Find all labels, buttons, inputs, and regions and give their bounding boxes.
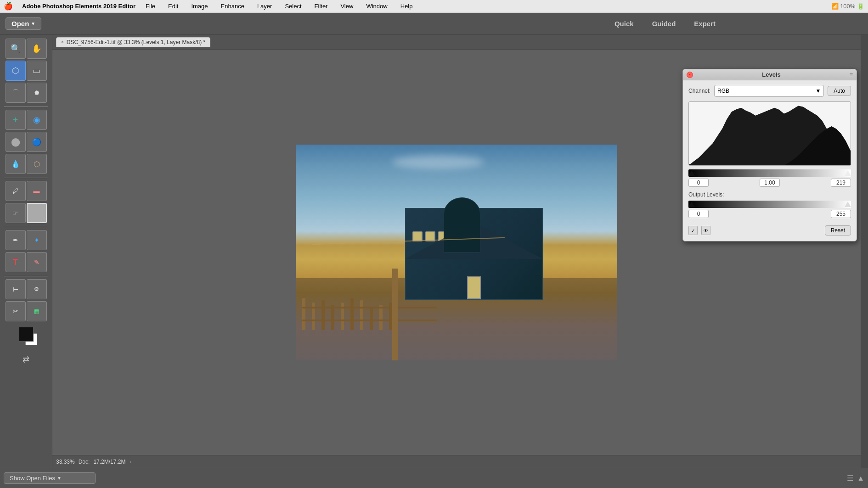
tool-row-10: T ✎ (6, 252, 47, 272)
black-input-slider[interactable] (688, 170, 695, 176)
preview-checkbox[interactable]: ✓ (688, 226, 698, 235)
panel-title: Levels (693, 71, 850, 78)
midtone-input-value[interactable]: 1.00 (760, 179, 780, 187)
blur-tool[interactable]: ⬡ (27, 154, 47, 174)
right-scrollbar[interactable] (861, 35, 868, 468)
show-files-label: Show Open Files (10, 475, 55, 482)
divider-3 (4, 227, 48, 227)
crop-tool[interactable]: ⊢ (6, 279, 26, 299)
color-swatch[interactable] (27, 203, 47, 223)
tab-bar: × DSC_9756-Edit-1.tif @ 33.3% (Levels 1,… (52, 35, 861, 50)
menu-view[interactable]: View (338, 2, 356, 11)
menu-enhance[interactable]: Enhance (218, 2, 247, 11)
zoom-tool[interactable]: 🔍 (6, 39, 26, 59)
tab-guided[interactable]: Guided (643, 17, 685, 30)
doc-label: Doc: (79, 459, 90, 465)
mode-tabs: Quick Guided Expert (605, 17, 725, 30)
smart-brush-tool[interactable]: ◉ (27, 110, 47, 130)
clone-stamp-tool[interactable]: 🔵 (27, 132, 47, 152)
reset-button[interactable]: Reset (825, 225, 851, 236)
output-levels-label: Output Levels: (688, 191, 851, 198)
move-tool[interactable]: ⬡ (6, 61, 26, 81)
menu-edit[interactable]: Edit (165, 2, 181, 11)
show-files-arrow[interactable]: ▼ (57, 476, 62, 481)
midtone-input-slider[interactable] (767, 170, 773, 176)
spot-healing-tool[interactable]: ⬤ (6, 132, 26, 152)
show-open-files-button[interactable]: Show Open Files ▼ (4, 472, 96, 484)
channel-value: RGB (717, 88, 729, 94)
straighten-tool[interactable]: ✂ (6, 301, 26, 321)
open-dropdown-arrow[interactable]: ▼ (31, 21, 35, 26)
hand-tool[interactable]: ✋ (27, 39, 47, 59)
divider-2 (4, 178, 48, 178)
statusbar: 33.33% Doc: 17.2M/17.2M › (52, 455, 861, 468)
polygonal-lasso[interactable]: ⬟ (27, 83, 47, 103)
fence-rail-2 (302, 320, 437, 321)
tool-row-3: ⌒ ⬟ (6, 83, 47, 103)
close-tab-button[interactable]: × (61, 39, 64, 45)
door (467, 276, 481, 299)
expand-icon[interactable]: ▲ (857, 474, 864, 482)
topbar: Open ▼ Quick Guided Expert (0, 13, 868, 35)
pencil-tool[interactable]: ✎ (27, 252, 47, 272)
content-aware-tool[interactable]: ▦ (27, 301, 47, 321)
white-output-slider[interactable] (845, 202, 851, 207)
file-tab[interactable]: × DSC_9756-Edit-1.tif @ 33.3% (Levels 1,… (56, 37, 210, 47)
tool-row-2: ⬡ ▭ (6, 61, 47, 81)
paint-bucket-tool[interactable]: 🖊 (6, 181, 26, 201)
menu-help[interactable]: Help (398, 2, 416, 11)
menu-window[interactable]: Window (363, 2, 390, 11)
eyedropper-tool[interactable]: ✒ (6, 230, 26, 250)
marquee-tool[interactable]: ▭ (27, 61, 47, 81)
tab-expert[interactable]: Expert (685, 17, 725, 30)
list-view-icon[interactable]: ☰ (847, 474, 853, 482)
lasso-tool[interactable]: ⌒ (6, 83, 26, 103)
brush-tool[interactable]: 💧 (6, 154, 26, 174)
app-name: Adobe Photoshop Elements 2019 Editor (22, 3, 135, 10)
black-output-slider[interactable] (688, 202, 695, 207)
white-output-value[interactable]: 255 (831, 210, 851, 218)
menu-layer[interactable]: Layer (254, 2, 275, 11)
color-swatches: ⇄ (19, 327, 34, 365)
open-button[interactable]: Open ▼ (6, 17, 41, 30)
fence (302, 293, 392, 330)
doc-size: 17.2M/17.2M (93, 459, 125, 465)
tool-row-4: + ◉ (6, 110, 47, 130)
output-levels-slider-track (688, 201, 851, 208)
eraser-tool[interactable]: ▬ (27, 181, 47, 201)
post-fg (392, 269, 398, 360)
panel-close-button[interactable]: × (687, 72, 693, 78)
menu-file[interactable]: File (143, 2, 158, 11)
menu-image[interactable]: Image (188, 2, 210, 11)
output-values-row: 0 255 (688, 210, 851, 218)
menubar: 🍎 Adobe Photoshop Elements 2019 Editor F… (0, 0, 868, 13)
eye-visibility-button[interactable]: 👁 (701, 226, 710, 235)
custom-shape-tool[interactable]: ✦ (27, 230, 47, 250)
add-icon-tool[interactable]: + (6, 110, 26, 130)
black-input-value[interactable]: 0 (688, 179, 709, 187)
tool-row-11: ⊢ ⚙ (6, 279, 47, 299)
zoom-level: 33.33% (56, 459, 75, 465)
black-output-value[interactable]: 0 (688, 210, 709, 218)
canvas-container[interactable]: × Levels ≡ Channel: RGB ▼ Auto (52, 50, 861, 455)
tab-quick[interactable]: Quick (605, 17, 643, 30)
menu-filter[interactable]: Filter (312, 2, 331, 11)
smudge-tool[interactable]: ☞ (6, 203, 26, 223)
channel-select[interactable]: RGB ▼ (714, 85, 824, 97)
histogram-svg (689, 102, 851, 165)
channel-row: Channel: RGB ▼ Auto (688, 85, 851, 97)
panel-menu-button[interactable]: ≡ (850, 72, 853, 78)
apple-menu[interactable]: 🍎 (4, 2, 13, 11)
white-input-value[interactable]: 219 (831, 179, 851, 187)
menu-select[interactable]: Select (282, 2, 304, 11)
white-input-slider[interactable] (845, 170, 851, 176)
auto-button[interactable]: Auto (828, 86, 851, 96)
foreground-color[interactable] (19, 327, 34, 342)
channel-dropdown-arrow[interactable]: ▼ (815, 88, 821, 94)
swap-colors-icon[interactable]: ⇄ (19, 354, 34, 365)
canvas-area: × DSC_9756-Edit-1.tif @ 33.3% (Levels 1,… (52, 35, 861, 468)
recompose-tool[interactable]: ⚙ (27, 279, 47, 299)
panel-icons: ✓ 👁 (688, 226, 710, 235)
status-arrow[interactable]: › (129, 459, 131, 465)
type-tool[interactable]: T (6, 252, 26, 272)
